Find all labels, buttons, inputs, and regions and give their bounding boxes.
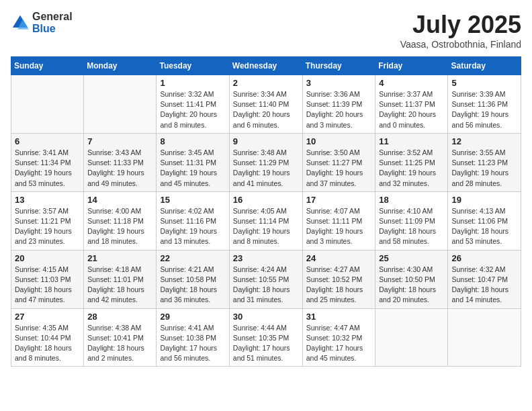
calendar-cell: 2Sunrise: 3:34 AMSunset: 11:40 PMDayligh… [229,75,302,134]
day-number: 2 [233,78,299,88]
calendar-table: SundayMondayTuesdayWednesdayThursdayFrid… [11,56,521,367]
day-detail: Sunrise: 3:50 AMSunset: 11:27 PMDaylight… [306,148,372,189]
day-detail: Sunrise: 4:13 AMSunset: 11:06 PMDaylight… [451,206,517,247]
calendar-cell: 14Sunrise: 4:00 AMSunset: 11:18 PMDaylig… [84,191,157,250]
logo-text: General Blue [32,11,73,34]
calendar-cell: 28Sunrise: 4:38 AMSunset: 10:41 PMDaylig… [84,308,157,367]
page-header: General Blue July 2025 Vaasa, Ostrobothn… [11,11,521,50]
location-subtitle: Vaasa, Ostrobothnia, Finland [400,39,521,50]
day-detail: Sunrise: 3:45 AMSunset: 11:31 PMDaylight… [160,148,225,189]
day-number: 26 [451,253,517,263]
day-number: 24 [306,253,372,263]
calendar-cell: 8Sunrise: 3:45 AMSunset: 11:31 PMDayligh… [157,133,229,191]
day-detail: Sunrise: 4:30 AMSunset: 10:50 PMDaylight… [379,265,444,306]
calendar-cell: 29Sunrise: 4:41 AMSunset: 10:38 PMDaylig… [157,308,229,367]
day-number: 22 [160,253,225,263]
day-number: 5 [451,78,517,88]
day-detail: Sunrise: 4:10 AMSunset: 11:09 PMDaylight… [379,206,444,247]
header-monday: Monday [84,57,157,75]
calendar-cell: 19Sunrise: 4:13 AMSunset: 11:06 PMDaylig… [448,191,521,250]
day-number: 30 [233,312,299,322]
calendar-cell: 24Sunrise: 4:27 AMSunset: 10:52 PMDaylig… [302,250,375,308]
day-detail: Sunrise: 4:21 AMSunset: 10:58 PMDaylight… [160,265,225,306]
calendar-cell: 12Sunrise: 3:55 AMSunset: 11:23 PMDaylig… [448,133,521,191]
day-number: 29 [160,312,225,322]
day-detail: Sunrise: 3:36 AMSunset: 11:39 PMDaylight… [306,89,372,130]
calendar-cell [448,308,521,367]
day-detail: Sunrise: 4:41 AMSunset: 10:38 PMDaylight… [160,323,225,364]
day-number: 17 [306,195,372,205]
day-number: 25 [379,253,444,263]
calendar-week-row: 27Sunrise: 4:35 AMSunset: 10:44 PMDaylig… [11,308,521,367]
logo-blue-text: Blue [32,23,73,35]
day-detail: Sunrise: 3:57 AMSunset: 11:21 PMDaylight… [15,206,80,247]
day-number: 21 [87,253,152,263]
day-detail: Sunrise: 4:27 AMSunset: 10:52 PMDaylight… [306,265,372,306]
header-thursday: Thursday [302,57,375,75]
day-detail: Sunrise: 4:44 AMSunset: 10:35 PMDaylight… [233,323,299,364]
day-detail: Sunrise: 4:02 AMSunset: 11:16 PMDaylight… [160,206,225,247]
day-number: 16 [233,195,299,205]
day-number: 31 [306,312,372,322]
calendar-cell: 17Sunrise: 4:07 AMSunset: 11:11 PMDaylig… [302,191,375,250]
calendar-cell: 1Sunrise: 3:32 AMSunset: 11:41 PMDayligh… [157,75,229,134]
day-detail: Sunrise: 4:15 AMSunset: 11:03 PMDaylight… [15,265,80,306]
header-friday: Friday [375,57,448,75]
day-detail: Sunrise: 3:52 AMSunset: 11:25 PMDaylight… [379,148,444,189]
day-number: 14 [87,195,152,205]
day-number: 6 [15,136,80,146]
day-detail: Sunrise: 3:37 AMSunset: 11:37 PMDaylight… [379,89,444,130]
calendar-week-row: 1Sunrise: 3:32 AMSunset: 11:41 PMDayligh… [11,75,521,134]
calendar-cell: 26Sunrise: 4:32 AMSunset: 10:47 PMDaylig… [448,250,521,308]
day-number: 28 [87,312,152,322]
calendar-cell: 13Sunrise: 3:57 AMSunset: 11:21 PMDaylig… [11,191,84,250]
calendar-cell: 27Sunrise: 4:35 AMSunset: 10:44 PMDaylig… [11,308,84,367]
day-detail: Sunrise: 3:32 AMSunset: 11:41 PMDaylight… [160,89,225,130]
day-number: 7 [87,136,152,146]
day-number: 4 [379,78,444,88]
calendar-cell: 16Sunrise: 4:05 AMSunset: 11:14 PMDaylig… [229,191,302,250]
calendar-cell: 31Sunrise: 4:47 AMSunset: 10:32 PMDaylig… [302,308,375,367]
day-number: 12 [451,136,517,146]
calendar-week-row: 20Sunrise: 4:15 AMSunset: 11:03 PMDaylig… [11,250,521,308]
header-wednesday: Wednesday [229,57,302,75]
calendar-cell: 9Sunrise: 3:48 AMSunset: 11:29 PMDayligh… [229,133,302,191]
calendar-cell: 7Sunrise: 3:43 AMSunset: 11:33 PMDayligh… [84,133,157,191]
calendar-cell: 15Sunrise: 4:02 AMSunset: 11:16 PMDaylig… [157,191,229,250]
day-number: 20 [15,253,80,263]
calendar-cell: 23Sunrise: 4:24 AMSunset: 10:55 PMDaylig… [229,250,302,308]
day-detail: Sunrise: 4:24 AMSunset: 10:55 PMDaylight… [233,265,299,306]
day-detail: Sunrise: 4:47 AMSunset: 10:32 PMDaylight… [306,323,372,364]
day-detail: Sunrise: 3:55 AMSunset: 11:23 PMDaylight… [451,148,517,189]
day-detail: Sunrise: 3:41 AMSunset: 11:34 PMDaylight… [15,148,80,189]
day-number: 15 [160,195,225,205]
day-detail: Sunrise: 4:05 AMSunset: 11:14 PMDaylight… [233,206,299,247]
day-detail: Sunrise: 4:00 AMSunset: 11:18 PMDaylight… [87,206,152,247]
day-number: 8 [160,136,225,146]
day-number: 3 [306,78,372,88]
calendar-cell [375,308,448,367]
day-number: 11 [379,136,444,146]
calendar-cell [11,75,84,134]
day-number: 23 [233,253,299,263]
calendar-cell: 11Sunrise: 3:52 AMSunset: 11:25 PMDaylig… [375,133,448,191]
logo: General Blue [11,11,73,34]
day-number: 18 [379,195,444,205]
header-saturday: Saturday [448,57,521,75]
day-detail: Sunrise: 4:07 AMSunset: 11:11 PMDaylight… [306,206,372,247]
day-detail: Sunrise: 3:34 AMSunset: 11:40 PMDaylight… [233,89,299,130]
calendar-cell: 22Sunrise: 4:21 AMSunset: 10:58 PMDaylig… [157,250,229,308]
day-number: 27 [15,312,80,322]
calendar-header-row: SundayMondayTuesdayWednesdayThursdayFrid… [11,57,521,75]
calendar-cell: 5Sunrise: 3:39 AMSunset: 11:36 PMDayligh… [448,75,521,134]
calendar-cell: 25Sunrise: 4:30 AMSunset: 10:50 PMDaylig… [375,250,448,308]
header-sunday: Sunday [11,57,84,75]
day-detail: Sunrise: 3:43 AMSunset: 11:33 PMDaylight… [87,148,152,189]
day-number: 9 [233,136,299,146]
logo-icon [11,13,30,32]
calendar-cell [84,75,157,134]
calendar-cell: 3Sunrise: 3:36 AMSunset: 11:39 PMDayligh… [302,75,375,134]
day-number: 10 [306,136,372,146]
calendar-cell: 20Sunrise: 4:15 AMSunset: 11:03 PMDaylig… [11,250,84,308]
month-title: July 2025 [400,11,521,39]
